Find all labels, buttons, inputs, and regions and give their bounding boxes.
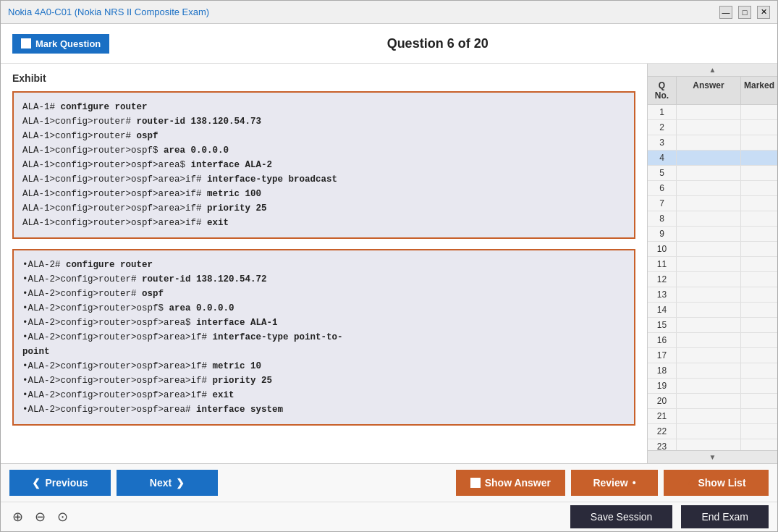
q-marked bbox=[741, 151, 777, 165]
q-marked bbox=[741, 135, 777, 150]
question-list-row[interactable]: 12 bbox=[648, 272, 777, 287]
code-line: •ALA-2>config>router>ospf>area>if# inter… bbox=[22, 330, 625, 345]
zoom-reset-button[interactable]: ⊖ bbox=[32, 507, 48, 526]
question-list-row[interactable]: 1 bbox=[648, 105, 777, 120]
question-list-row[interactable]: 11 bbox=[648, 257, 777, 272]
minimize-button[interactable]: — bbox=[719, 6, 732, 19]
q-number: 17 bbox=[648, 348, 677, 363]
show-list-button[interactable]: ✓ Show List bbox=[664, 470, 769, 496]
review-button[interactable]: Review • bbox=[571, 470, 658, 496]
q-marked bbox=[741, 394, 777, 408]
mark-checkbox-icon bbox=[21, 38, 31, 48]
review-label: Review bbox=[593, 477, 627, 489]
question-list-row[interactable]: 6 bbox=[648, 181, 777, 196]
question-list-row[interactable]: 3 bbox=[648, 135, 777, 151]
q-number: 3 bbox=[648, 135, 677, 150]
code-line: ALA-1# configure router bbox=[22, 100, 625, 114]
q-answer bbox=[677, 242, 741, 256]
q-answer bbox=[677, 227, 741, 241]
review-bullet-icon: • bbox=[633, 477, 636, 489]
right-panel: ▲ Q No. Answer Marked 1 2 3 4 5 bbox=[647, 64, 777, 463]
previous-arrow-icon: ❮ bbox=[32, 477, 41, 489]
main-area: Exhibit ALA-1# configure router ALA-1>co… bbox=[1, 64, 777, 463]
q-number: 13 bbox=[648, 287, 677, 302]
question-list-row[interactable]: 7 bbox=[648, 196, 777, 211]
code-line: •ALA-2>config>router>ospf$ area 0.0.0.0 bbox=[22, 301, 625, 316]
question-list-row[interactable]: 13 bbox=[648, 287, 777, 303]
question-list-row[interactable]: 16 bbox=[648, 333, 777, 348]
bottom-section: ❮ Previous Next ❯ Show Answer Review • ✓… bbox=[1, 463, 777, 531]
question-list-row[interactable]: 15 bbox=[648, 318, 777, 333]
next-button[interactable]: Next ❯ bbox=[117, 470, 218, 496]
q-number: 1 bbox=[648, 105, 677, 119]
bottom-second-row: ⊕ ⊖ ⊙ Save Session End Exam bbox=[1, 502, 777, 531]
mark-question-label: Mark Question bbox=[35, 38, 101, 49]
q-number: 2 bbox=[648, 120, 677, 135]
q-number: 23 bbox=[648, 439, 677, 450]
mark-question-button[interactable]: Mark Question bbox=[12, 34, 109, 54]
bottom-main-row: ❮ Previous Next ❯ Show Answer Review • ✓… bbox=[1, 463, 777, 502]
q-answer bbox=[677, 409, 741, 423]
zoom-in-button[interactable]: ⊕ bbox=[9, 507, 26, 526]
q-answer bbox=[677, 105, 741, 119]
q-marked bbox=[741, 181, 777, 195]
q-answer bbox=[677, 196, 741, 211]
question-list-header: Q No. Answer Marked bbox=[648, 77, 777, 105]
question-list-row[interactable]: 22 bbox=[648, 424, 777, 439]
question-list-row[interactable]: 10 bbox=[648, 242, 777, 257]
q-answer bbox=[677, 439, 741, 450]
q-number: 9 bbox=[648, 227, 677, 241]
scroll-up-arrow[interactable]: ▲ bbox=[648, 64, 777, 77]
q-answer bbox=[677, 211, 741, 226]
q-marked bbox=[741, 211, 777, 226]
question-list-row[interactable]: 5 bbox=[648, 166, 777, 181]
show-answer-button[interactable]: Show Answer bbox=[456, 470, 565, 496]
q-number: 12 bbox=[648, 272, 677, 287]
close-button[interactable]: ✕ bbox=[757, 6, 770, 19]
q-answer bbox=[677, 318, 741, 332]
q-number: 20 bbox=[648, 394, 677, 408]
q-answer bbox=[677, 333, 741, 347]
q-number: 14 bbox=[648, 303, 677, 317]
q-marked bbox=[741, 105, 777, 119]
q-number: 6 bbox=[648, 181, 677, 195]
question-list-row[interactable]: 17 bbox=[648, 348, 777, 363]
question-list-row[interactable]: 4 bbox=[648, 151, 777, 166]
previous-button[interactable]: ❮ Previous bbox=[9, 470, 111, 496]
question-list-row[interactable]: 20 bbox=[648, 394, 777, 409]
code-line: ALA-1>config>router# ospf bbox=[22, 129, 625, 143]
header-answer: Answer bbox=[677, 77, 741, 104]
q-answer bbox=[677, 135, 741, 150]
main-window: Nokia 4A0-C01 (Nokia NRS II Composite Ex… bbox=[0, 0, 778, 532]
q-answer bbox=[677, 348, 741, 363]
q-marked bbox=[741, 242, 777, 256]
question-list-row[interactable]: 19 bbox=[648, 379, 777, 394]
end-exam-label: End Exam bbox=[701, 511, 748, 523]
next-arrow-icon: ❯ bbox=[176, 477, 185, 489]
code-line: ALA-1>config>router>ospf>area>if# exit bbox=[22, 216, 625, 230]
question-list-row[interactable]: 2 bbox=[648, 120, 777, 135]
question-list-row[interactable]: 23 bbox=[648, 439, 777, 450]
question-list-row[interactable]: 18 bbox=[648, 363, 777, 379]
question-list-row[interactable]: 21 bbox=[648, 409, 777, 424]
code-line: •ALA-2>config>router>ospf>area>if# prior… bbox=[22, 373, 625, 388]
q-marked bbox=[741, 120, 777, 135]
save-session-button[interactable]: Save Session bbox=[570, 505, 673, 528]
q-number: 16 bbox=[648, 333, 677, 347]
q-marked bbox=[741, 166, 777, 180]
scroll-down-arrow[interactable]: ▼ bbox=[648, 450, 777, 463]
zoom-out-button[interactable]: ⊙ bbox=[54, 507, 71, 526]
question-list-row[interactable]: 9 bbox=[648, 227, 777, 242]
question-list-row[interactable]: 14 bbox=[648, 303, 777, 318]
q-answer bbox=[677, 166, 741, 180]
end-exam-button[interactable]: End Exam bbox=[681, 505, 769, 528]
maximize-button[interactable]: □ bbox=[738, 6, 751, 19]
code-line: ALA-1>config>router>ospf>area$ interface… bbox=[22, 158, 625, 172]
q-answer bbox=[677, 272, 741, 287]
code-line: ALA-1>config>router>ospf>area>if# priori… bbox=[22, 201, 625, 216]
q-marked bbox=[741, 439, 777, 450]
question-list-row[interactable]: 8 bbox=[648, 211, 777, 227]
code-line: •ALA-2# configure router bbox=[22, 258, 625, 272]
question-list: 1 2 3 4 5 6 7 8 bbox=[648, 105, 777, 450]
q-answer bbox=[677, 181, 741, 195]
